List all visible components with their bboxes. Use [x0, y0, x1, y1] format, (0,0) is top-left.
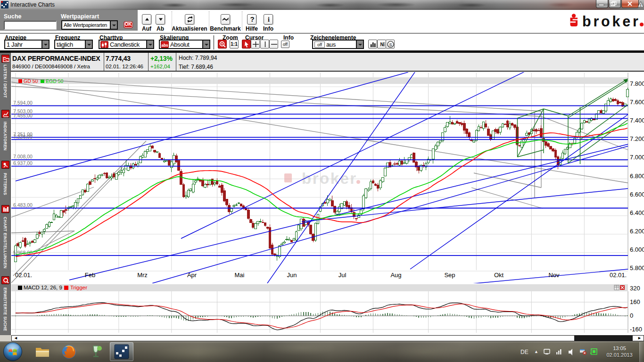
svg-text:!: !	[640, 3, 642, 8]
svg-text:MACD 12, 26, 9: MACD 12, 26, 9	[24, 285, 62, 290]
svg-text:7.008,00: 7.008,00	[13, 154, 33, 159]
svg-text:?: ?	[250, 15, 254, 23]
svg-text:7.400: 7.400	[630, 117, 644, 124]
svg-text:6.000: 6.000	[630, 246, 644, 253]
svg-text:Mrz: Mrz	[137, 272, 148, 279]
svg-text:Apr: Apr	[187, 272, 197, 279]
svg-text:Aug: Aug	[390, 272, 401, 279]
svg-text:broker: broker	[302, 170, 357, 187]
svg-text:7.200: 7.200	[630, 135, 644, 142]
svg-text:6.800: 6.800	[630, 173, 644, 180]
svg-text:Mai: Mai	[235, 272, 245, 279]
svg-text:broker: broker	[582, 13, 641, 29]
svg-text:02.01.: 02.01.	[15, 272, 32, 279]
svg-text:S: S	[389, 42, 392, 47]
svg-text:Feb: Feb	[85, 272, 95, 279]
svg-text:-160: -160	[630, 326, 642, 333]
svg-text:Sep: Sep	[444, 272, 455, 279]
svg-text:6.200: 6.200	[630, 228, 644, 235]
svg-text:Trigger: Trigger	[70, 285, 87, 290]
svg-text:5.800: 5.800	[630, 264, 644, 272]
svg-text:6.600: 6.600	[630, 191, 644, 198]
svg-text:Jul: Jul	[339, 272, 347, 279]
svg-text:6.483,00: 6.483,00	[13, 202, 33, 208]
svg-text:7.226,00: 7.226,00	[13, 134, 33, 140]
svg-text:Jun: Jun	[287, 272, 297, 279]
svg-text:160: 160	[630, 298, 640, 305]
svg-text:7.594,00: 7.594,00	[13, 100, 33, 106]
svg-text:7.600: 7.600	[630, 99, 644, 106]
svg-text:320: 320	[630, 285, 640, 292]
svg-text:7.800: 7.800	[630, 80, 644, 87]
svg-text:Okt: Okt	[494, 272, 504, 279]
svg-text:6.937,00: 6.937,00	[13, 160, 33, 166]
svg-text:0: 0	[630, 312, 633, 319]
svg-text:abs: abs	[161, 43, 168, 48]
svg-text:i: i	[268, 16, 270, 23]
svg-text:6.400: 6.400	[630, 209, 644, 216]
svg-text:Nov: Nov	[548, 272, 560, 279]
svg-text:7.455,00: 7.455,00	[13, 113, 33, 118]
svg-text:7.000: 7.000	[630, 154, 644, 161]
svg-text:02.01.: 02.01.	[610, 272, 627, 279]
